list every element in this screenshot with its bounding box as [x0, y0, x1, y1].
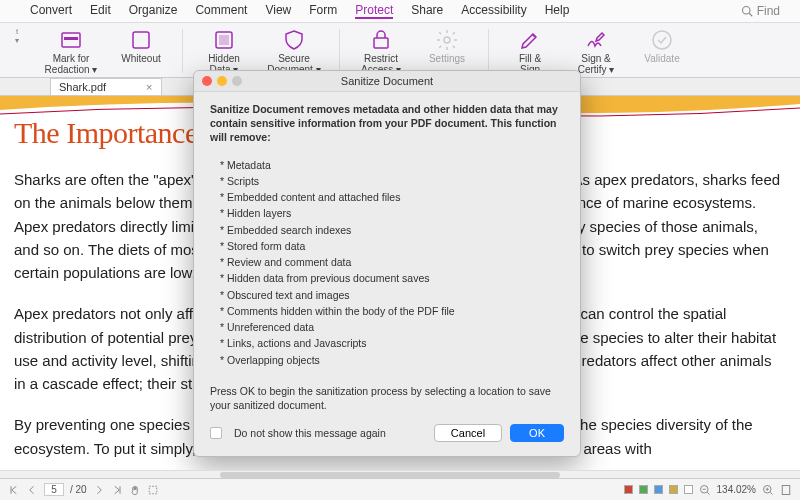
separator	[488, 29, 489, 73]
svg-line-13	[707, 492, 709, 494]
color-swatch[interactable]	[684, 485, 693, 494]
dialog-title: Sanitize Document	[341, 75, 433, 87]
dont-show-checkbox[interactable]	[210, 427, 222, 439]
last-page-icon[interactable]	[111, 484, 123, 496]
find-label: Find	[757, 4, 780, 18]
document-tab[interactable]: Shark.pdf ×	[50, 78, 162, 95]
ok-button[interactable]: OK	[510, 424, 564, 442]
tool-sign-certify[interactable]: Sign & Certify ▾	[569, 27, 623, 75]
separator	[182, 29, 183, 73]
svg-line-17	[770, 492, 772, 494]
list-item: Hidden layers	[220, 205, 564, 221]
menu-share[interactable]: Share	[411, 3, 443, 19]
menu-accessibility[interactable]: Accessibility	[461, 3, 526, 19]
color-swatch[interactable]	[624, 485, 633, 494]
zoom-out-icon[interactable]	[699, 484, 711, 496]
list-item: Stored form data	[220, 238, 564, 254]
tool-mark-for-redaction[interactable]: Mark for Redaction ▾	[40, 27, 102, 75]
tool-label: Mark for Redaction ▾	[45, 53, 98, 75]
tab-filename: Shark.pdf	[59, 81, 106, 93]
list-item: Review and comment data	[220, 254, 564, 270]
dialog-body: Sanitize Document removes metadata and o…	[194, 92, 580, 456]
list-item: Scripts	[220, 173, 564, 189]
tool-whiteout[interactable]: Whiteout	[114, 27, 168, 64]
tool-hidden-data[interactable]: Hidden Data ▾	[197, 27, 251, 75]
tool-fill-sign[interactable]: Fill & Sign	[503, 27, 557, 75]
hand-tool-icon[interactable]	[129, 484, 141, 496]
list-item: Hidden data from previous document saves	[220, 270, 564, 286]
next-page-icon[interactable]	[93, 484, 105, 496]
zoom-window-icon[interactable]	[232, 76, 242, 86]
menu-bar: Convert Edit Organize Comment View Form …	[0, 0, 800, 23]
dialog-titlebar[interactable]: Sanitize Document	[194, 71, 580, 92]
page-number-field[interactable]: 5	[44, 483, 64, 496]
dialog-lead-text: Sanitize Document removes metadata and o…	[210, 102, 564, 145]
prev-page-icon[interactable]	[26, 484, 38, 496]
tool-settings[interactable]: Settings	[420, 27, 474, 64]
menu-help[interactable]: Help	[545, 3, 570, 19]
zoom-level[interactable]: 134.02%	[717, 484, 756, 495]
tool-secure-document[interactable]: Secure Document ▾	[263, 27, 325, 75]
color-swatch[interactable]	[639, 485, 648, 494]
zoom-in-icon[interactable]	[762, 484, 774, 496]
dialog-footer-text: Press OK to begin the sanitization proce…	[210, 376, 564, 418]
menu-comment[interactable]: Comment	[195, 3, 247, 19]
first-page-icon[interactable]	[8, 484, 20, 496]
close-icon[interactable]: ×	[146, 81, 152, 93]
svg-rect-18	[782, 485, 790, 494]
dont-show-label: Do not show this message again	[234, 427, 386, 439]
menu-organize[interactable]: Organize	[129, 3, 178, 19]
tool-label: Sign & Certify ▾	[578, 53, 615, 75]
svg-point-0	[742, 7, 750, 15]
menu-form[interactable]: Form	[309, 3, 337, 19]
select-tool-icon[interactable]	[147, 484, 159, 496]
tool-label: Validate	[644, 53, 679, 64]
tool-validate[interactable]: Validate	[635, 27, 689, 64]
color-swatch[interactable]	[669, 485, 678, 494]
ribbon-leading-chevron[interactable]: t▾	[6, 27, 28, 45]
list-item: Links, actions and Javascripts	[220, 335, 564, 351]
svg-rect-3	[64, 37, 78, 40]
list-item: Unreferenced data	[220, 319, 564, 335]
cancel-button[interactable]: Cancel	[434, 424, 502, 442]
status-bar: 5 / 20 134.02%	[0, 478, 800, 500]
menu-view[interactable]: View	[265, 3, 291, 19]
menu-edit[interactable]: Edit	[90, 3, 111, 19]
color-swatch[interactable]	[654, 485, 663, 494]
svg-rect-6	[219, 35, 229, 45]
dialog-item-list: Metadata Scripts Embedded content and at…	[210, 153, 564, 376]
list-item: Overlapping objects	[220, 352, 564, 368]
svg-point-8	[444, 37, 450, 43]
svg-point-9	[653, 31, 671, 49]
search-icon	[741, 5, 753, 17]
svg-line-1	[749, 13, 752, 16]
menu-convert[interactable]: Convert	[30, 3, 72, 19]
menu-protect[interactable]: Protect	[355, 3, 393, 19]
separator	[339, 29, 340, 73]
list-item: Embedded content and attached files	[220, 189, 564, 205]
minimize-window-icon[interactable]	[217, 76, 227, 86]
svg-rect-10	[149, 486, 157, 494]
tool-restrict-access[interactable]: Restrict Access ▾	[354, 27, 408, 75]
find-field[interactable]: Find	[741, 3, 780, 19]
fit-page-icon[interactable]	[780, 484, 792, 496]
tool-label: Whiteout	[121, 53, 160, 64]
list-item: Embedded search indexes	[220, 222, 564, 238]
svg-rect-4	[133, 32, 149, 48]
list-item: Comments hidden within the body of the P…	[220, 303, 564, 319]
close-window-icon[interactable]	[202, 76, 212, 86]
list-item: Obscured text and images	[220, 287, 564, 303]
svg-rect-7	[374, 38, 388, 48]
list-item: Metadata	[220, 157, 564, 173]
tool-label: Settings	[429, 53, 465, 64]
sanitize-document-dialog: Sanitize Document Sanitize Document remo…	[193, 70, 581, 457]
horizontal-scrollbar[interactable]	[0, 470, 800, 478]
page-total: / 20	[70, 484, 87, 495]
window-traffic-lights[interactable]	[202, 76, 242, 86]
dialog-actions: Do not show this message again Cancel OK	[210, 418, 564, 446]
